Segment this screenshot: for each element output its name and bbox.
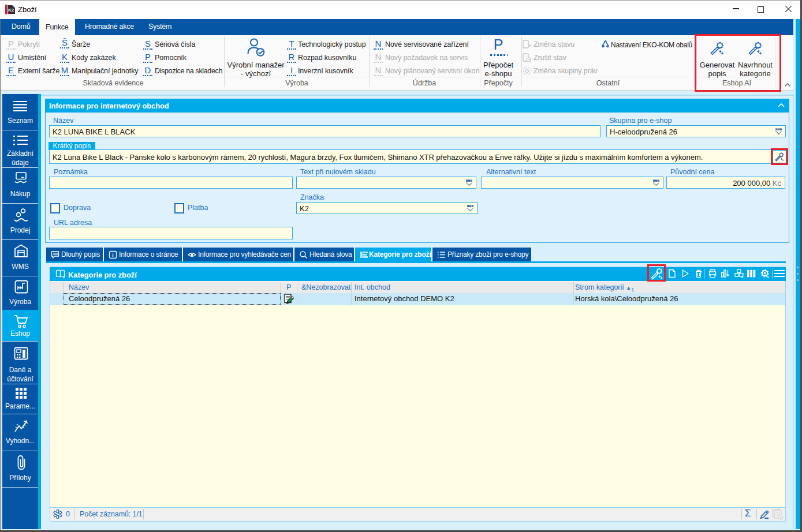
- svg-text:K2: K2: [8, 8, 14, 13]
